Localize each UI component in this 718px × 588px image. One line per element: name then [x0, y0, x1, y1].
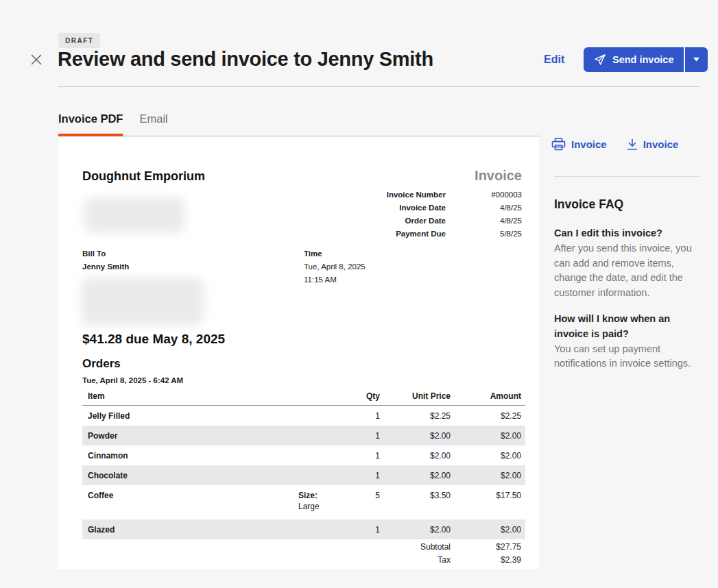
chevron-down-icon	[693, 58, 699, 62]
printer-icon	[551, 138, 566, 151]
meta-value: 5/8/25	[446, 230, 522, 243]
item-name: Coffee	[82, 491, 297, 519]
item-amount: $2.00	[455, 525, 525, 539]
item-amount: $2.25	[455, 411, 525, 426]
item-qty: 1	[359, 451, 384, 465]
item-amount: $17.50	[455, 491, 525, 519]
item-amount: $2.00	[455, 451, 525, 465]
col-header-item: Item	[82, 388, 297, 401]
table-row: Cinnamon 1 $2.00 $2.00	[82, 445, 525, 465]
status-badge: DRAFT	[58, 33, 100, 48]
orders-title: Orders	[82, 357, 121, 371]
edit-button[interactable]: Edit	[544, 53, 564, 66]
page-title: Review and send invoice to Jenny Smith	[58, 48, 433, 71]
col-header-modifier	[297, 388, 359, 391]
item-qty: 1	[359, 471, 384, 485]
total-value: $27.75	[455, 542, 525, 555]
invoice-actions: Invoice Invoice	[551, 138, 678, 151]
header-divider	[58, 86, 699, 87]
total-label: Tax	[384, 555, 455, 568]
item-name: Cinnamon	[82, 451, 297, 465]
faq-answer: You can set up payment notifications in …	[554, 342, 706, 371]
faq-answer: After you send this invoice, you can add…	[554, 241, 706, 300]
item-modifier: Size: Large	[297, 491, 359, 519]
item-amount: $2.00	[455, 431, 525, 445]
close-icon[interactable]	[29, 53, 43, 66]
meta-label: Invoice Date	[399, 204, 446, 217]
merchant-name: Doughnut Emporium	[82, 169, 205, 184]
table-row: Jelly Filled 1 $2.25 $2.25	[82, 406, 525, 426]
bill-to-name: Jenny Smith	[82, 260, 129, 273]
item-unit-price: $2.00	[384, 525, 455, 539]
invoice-meta-row: Payment Due 5/8/25	[387, 230, 522, 243]
paper-plane-icon	[594, 53, 606, 66]
bill-to-label: Bill To	[82, 247, 129, 260]
col-header-amount: Amount	[455, 388, 525, 401]
item-unit-price: $2.00	[384, 451, 455, 465]
invoice-meta-row: Invoice Date 4/8/25	[387, 204, 522, 217]
send-options-dropdown-button[interactable]	[685, 47, 708, 72]
item-modifier	[297, 451, 359, 465]
invoice-meta-row: Invoice Number #000003	[387, 191, 522, 204]
item-unit-price: $2.25	[384, 411, 455, 426]
download-invoice-label: Invoice	[643, 138, 679, 150]
sidebar-divider	[554, 176, 699, 177]
print-invoice-label: Invoice	[571, 138, 607, 150]
redacted-customer-address	[82, 278, 204, 326]
meta-value: #000003	[446, 191, 522, 204]
invoice-meta-row: Order Date 4/8/25	[387, 217, 522, 230]
meta-value: 4/8/25	[446, 217, 522, 230]
send-invoice-label: Send invoice	[612, 54, 673, 65]
item-modifier	[297, 431, 359, 445]
bill-to-section: Bill To Jenny Smith	[82, 247, 129, 273]
tax-row: Tax $2.39	[82, 555, 525, 568]
item-qty: 1	[359, 431, 384, 445]
time-time: 11:15 AM	[304, 273, 366, 286]
table-header-row: Item Qty Unit Price Amount	[82, 388, 525, 406]
item-qty: 5	[359, 491, 384, 519]
download-icon	[627, 138, 638, 151]
table-row: Chocolate 1 $2.00 $2.00	[82, 465, 525, 485]
modifier-value: Large	[298, 500, 359, 513]
faq-title: Invoice FAQ	[554, 197, 706, 212]
meta-label: Invoice Number	[387, 191, 446, 204]
orders-timestamp: Tue, April 8, 2025 - 6:42 AM	[82, 376, 183, 384]
invoice-doc-title: Invoice	[475, 168, 522, 184]
download-invoice-link[interactable]: Invoice	[627, 138, 679, 151]
item-unit-price: $3.50	[384, 491, 455, 519]
faq-question: Can I edit this invoice?	[554, 226, 706, 241]
faq-question: How will I know when an invoice is paid?	[554, 312, 706, 341]
send-invoice-split-button: Send invoice	[584, 47, 708, 72]
time-label: Time	[304, 247, 366, 260]
item-modifier	[297, 471, 359, 485]
item-name: Glazed	[82, 525, 297, 539]
total-label: Subtotal	[384, 542, 455, 555]
send-invoice-button[interactable]: Send invoice	[584, 47, 684, 72]
modifier-label: Size:	[298, 491, 359, 500]
item-unit-price: $2.00	[384, 431, 455, 445]
table-row: Glazed 1 $2.00 $2.00	[82, 519, 525, 539]
table-row: Coffee Size: Large 5 $3.50 $17.50	[82, 485, 525, 519]
item-modifier	[297, 411, 359, 426]
meta-label: Payment Due	[396, 230, 446, 243]
total-value: $2.39	[455, 555, 525, 568]
meta-label: Order Date	[405, 217, 446, 230]
print-invoice-link[interactable]: Invoice	[551, 138, 607, 151]
item-amount: $2.00	[455, 471, 525, 485]
time-date: Tue, April 8, 2025	[304, 260, 366, 273]
subtotal-row: Subtotal $27.75	[82, 542, 525, 555]
totals-section: Subtotal $27.75 Tax $2.39	[82, 542, 525, 568]
invoice-faq: Invoice FAQ Can I edit this invoice? Aft…	[554, 197, 706, 383]
redacted-merchant-address	[84, 197, 184, 233]
tab-email[interactable]: Email	[139, 112, 167, 136]
items-table: Item Qty Unit Price Amount Jelly Filled …	[82, 388, 525, 568]
item-qty: 1	[359, 525, 384, 539]
col-header-unit-price: Unit Price	[384, 388, 455, 401]
item-name: Chocolate	[82, 471, 297, 485]
meta-value: 4/8/25	[446, 204, 522, 217]
table-row: Powder 1 $2.00 $2.00	[82, 426, 525, 445]
tab-invoice-pdf[interactable]: Invoice PDF	[58, 112, 123, 136]
invoice-pdf-preview: Doughnut Emporium Invoice Invoice Number…	[58, 137, 539, 569]
col-header-qty: Qty	[359, 388, 384, 401]
tab-bar: Invoice PDF Email	[58, 112, 540, 136]
